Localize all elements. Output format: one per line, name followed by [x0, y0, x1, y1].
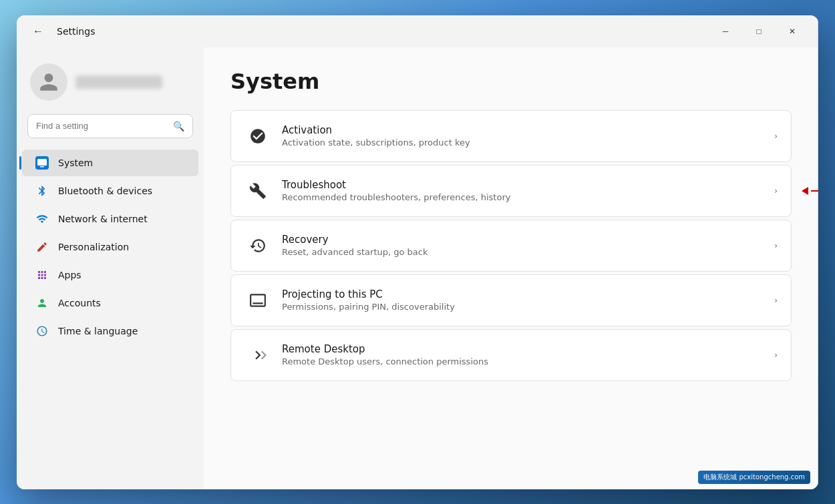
projecting-card-text: Projecting to this PC Permissions, pairi… [271, 288, 774, 312]
troubleshoot-chevron-icon: › [774, 186, 778, 196]
accounts-icon [35, 296, 49, 310]
time-icon [35, 324, 49, 338]
sidebar-item-accounts[interactable]: Accounts [22, 290, 198, 316]
troubleshoot-card-text: Troubleshoot Recommended troubleshooters… [271, 179, 774, 202]
search-box[interactable]: 🔍 [27, 114, 193, 138]
window-controls: ─ □ ✕ [710, 21, 808, 42]
projecting-icon [244, 287, 271, 314]
sidebar-item-system-label: System [58, 158, 93, 168]
title-bar: ← Settings ─ □ ✕ [17, 15, 818, 47]
sidebar-item-network[interactable]: Network & internet [22, 206, 198, 232]
recovery-card[interactable]: Recovery Reset, advanced startup, go bac… [230, 220, 792, 272]
troubleshoot-card[interactable]: Troubleshoot Recommended troubleshooters… [230, 165, 792, 217]
remote-desktop-card-title: Remote Desktop [282, 343, 764, 355]
arrow-head [802, 187, 808, 195]
avatar [30, 63, 67, 101]
sidebar-item-system[interactable]: System [22, 150, 198, 176]
troubleshoot-card-title: Troubleshoot [282, 179, 764, 191]
sidebar-item-personalization[interactable]: Personalization [22, 234, 198, 260]
svg-rect-0 [37, 159, 47, 166]
sidebar-item-network-label: Network & internet [58, 214, 148, 224]
minimize-button[interactable]: ─ [710, 21, 741, 42]
remote-desktop-chevron-icon: › [774, 350, 778, 360]
bluetooth-icon [35, 184, 49, 198]
search-icon: 🔍 [173, 121, 184, 132]
main-content: 🔍 System Bluetooth & device [17, 47, 818, 489]
content-area: System Activation Activation state, subs… [204, 47, 818, 489]
activation-card[interactable]: Activation Activation state, subscriptio… [230, 110, 792, 162]
title-bar-left: ← Settings [27, 21, 95, 42]
close-button[interactable]: ✕ [777, 21, 808, 42]
sidebar-item-bluetooth[interactable]: Bluetooth & devices [22, 178, 198, 204]
sidebar: 🔍 System Bluetooth & device [17, 47, 204, 489]
sidebar-item-accounts-label: Accounts [58, 298, 101, 308]
projecting-card-title: Projecting to this PC [282, 288, 764, 300]
back-button[interactable]: ← [27, 21, 49, 42]
projecting-card[interactable]: Projecting to this PC Permissions, pairi… [230, 274, 792, 326]
activation-icon [244, 123, 271, 150]
recovery-icon [244, 232, 271, 259]
maximize-button[interactable]: □ [743, 21, 774, 42]
arrow-line [811, 190, 818, 192]
sidebar-item-apps[interactable]: Apps [22, 262, 198, 288]
troubleshoot-card-subtitle: Recommended troubleshooters, preferences… [282, 192, 764, 202]
remote-desktop-card-subtitle: Remote Desktop users, connection permiss… [282, 356, 764, 366]
recovery-card-text: Recovery Reset, advanced startup, go bac… [271, 234, 774, 257]
sidebar-item-bluetooth-label: Bluetooth & devices [58, 186, 152, 196]
red-arrow-annotation [802, 187, 818, 195]
activation-card-title: Activation [282, 124, 764, 136]
user-profile [17, 58, 204, 114]
system-icon [35, 156, 49, 170]
remote-desktop-card[interactable]: Remote Desktop Remote Desktop users, con… [230, 329, 792, 381]
watermark: 电脑系统城 pcxitongcheng.com [698, 471, 810, 484]
page-title: System [230, 69, 792, 94]
projecting-chevron-icon: › [774, 296, 778, 305]
sidebar-item-apps-label: Apps [58, 270, 81, 280]
recovery-chevron-icon: › [774, 241, 778, 250]
activation-chevron-icon: › [774, 132, 778, 141]
recovery-card-title: Recovery [282, 234, 764, 246]
window-title: Settings [57, 26, 95, 37]
troubleshoot-icon [244, 178, 271, 204]
projecting-card-subtitle: Permissions, pairing PIN, discoverabilit… [282, 302, 764, 312]
personalization-icon [35, 240, 49, 254]
svg-rect-1 [40, 166, 44, 168]
recovery-card-subtitle: Reset, advanced startup, go back [282, 247, 764, 257]
network-icon [35, 212, 49, 226]
activation-card-subtitle: Activation state, subscriptions, product… [282, 138, 764, 148]
remote-desktop-card-text: Remote Desktop Remote Desktop users, con… [271, 343, 774, 366]
sidebar-item-time-label: Time & language [58, 326, 138, 336]
sidebar-item-time[interactable]: Time & language [22, 318, 198, 344]
user-avatar-icon [38, 71, 59, 93]
user-name-blurred [75, 75, 162, 89]
sidebar-item-personalization-label: Personalization [58, 242, 129, 252]
activation-card-text: Activation Activation state, subscriptio… [271, 124, 774, 148]
remote-desktop-icon [244, 342, 271, 368]
search-input[interactable] [36, 121, 168, 131]
settings-window: ← Settings ─ □ ✕ 🔍 [17, 15, 818, 489]
apps-icon [35, 268, 49, 282]
